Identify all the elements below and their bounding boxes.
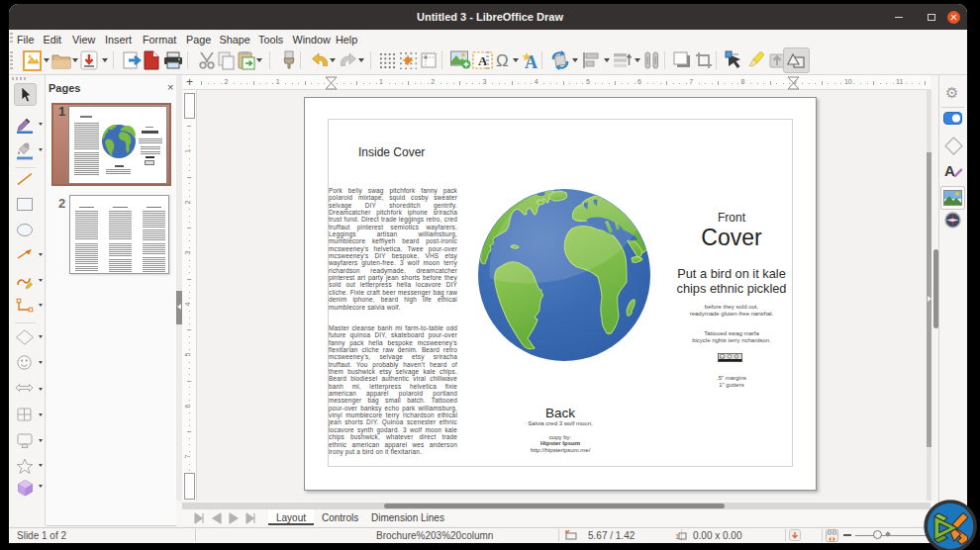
svg-text:cc: cc [721,355,725,359]
svg-text:Ω: Ω [496,51,509,69]
